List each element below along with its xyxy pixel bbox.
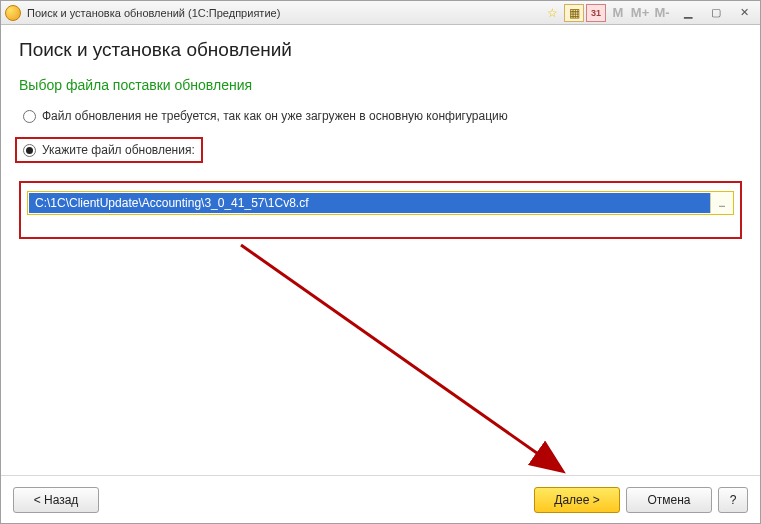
toolbar-icons: ☆ ▦ 31 M M+ M- ▁ ▢ ✕ xyxy=(542,4,756,22)
content-area: Поиск и установка обновлений Выбор файла… xyxy=(1,25,760,475)
radio-no-file[interactable] xyxy=(23,110,36,123)
window-title: Поиск и установка обновлений (1С:Предпри… xyxy=(27,7,542,19)
app-icon xyxy=(5,5,21,21)
close-button[interactable]: ✕ xyxy=(732,4,756,22)
maximize-button[interactable]: ▢ xyxy=(704,4,728,22)
browse-button[interactable]: ... xyxy=(710,193,732,213)
calculator-icon[interactable]: ▦ xyxy=(564,4,584,22)
memory-mminus-button[interactable]: M- xyxy=(652,4,672,22)
next-button[interactable]: Далее > xyxy=(534,487,620,513)
option-no-file-row[interactable]: Файл обновления не требуется, так как он… xyxy=(19,107,742,125)
option-specify-file-label: Укажите файл обновления: xyxy=(42,143,195,157)
help-button[interactable]: ? xyxy=(718,487,748,513)
path-input-wrapper: C:\1C\ClientUpdate\Accounting\3_0_41_57\… xyxy=(27,191,734,215)
calendar-icon[interactable]: 31 xyxy=(586,4,606,22)
favorite-icon[interactable]: ☆ xyxy=(542,4,562,22)
memory-m-button[interactable]: M xyxy=(608,4,628,22)
dialog-window: Поиск и установка обновлений (1С:Предпри… xyxy=(0,0,761,524)
minimize-button[interactable]: ▁ xyxy=(676,4,700,22)
option-no-file-label: Файл обновления не требуется, так как он… xyxy=(42,109,508,123)
footer: < Назад Далее > Отмена ? xyxy=(1,475,760,523)
cancel-button[interactable]: Отмена xyxy=(626,487,712,513)
svg-line-1 xyxy=(241,245,561,470)
radio-specify-file[interactable] xyxy=(23,144,36,157)
titlebar: Поиск и установка обновлений (1С:Предпри… xyxy=(1,1,760,25)
memory-mplus-button[interactable]: M+ xyxy=(630,4,650,22)
page-subtitle: Выбор файла поставки обновления xyxy=(19,77,742,93)
update-file-path-input[interactable]: C:\1C\ClientUpdate\Accounting\3_0_41_57\… xyxy=(29,193,710,213)
back-button[interactable]: < Назад xyxy=(13,487,99,513)
page-title: Поиск и установка обновлений xyxy=(19,39,742,61)
option-specify-file-row[interactable]: Укажите файл обновления: xyxy=(15,137,203,163)
annotation-arrow xyxy=(231,235,591,495)
path-area-highlight: C:\1C\ClientUpdate\Accounting\3_0_41_57\… xyxy=(19,181,742,239)
